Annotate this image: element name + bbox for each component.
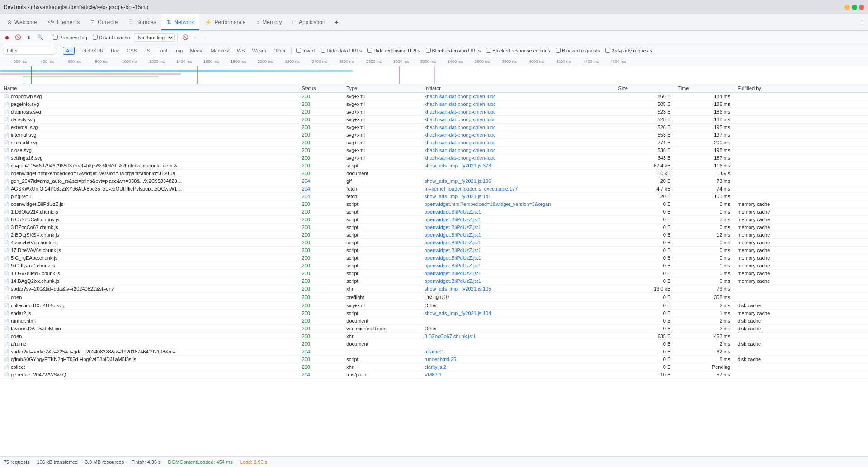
col-header-time[interactable]: Time xyxy=(674,84,734,93)
table-row[interactable]: 📄 14.BAgQ2lxx.chunk.js 200 script openwi… xyxy=(0,277,868,285)
filter-css[interactable]: CSS xyxy=(124,47,140,54)
initiator-link[interactable]: openwidget.BliPdUzZ.js:1 xyxy=(425,271,481,276)
invert-label[interactable]: Invert xyxy=(294,48,317,53)
tab-sources[interactable]: ☰ Sources xyxy=(123,14,161,30)
table-row[interactable]: 📄 pageinfo.svg 200 svg+xml khach-san-dat… xyxy=(0,100,868,108)
initiator-link[interactable]: khach-san-dat-phong-chien-luoc xyxy=(425,124,496,130)
col-header-name[interactable]: Name xyxy=(0,84,298,93)
table-row[interactable]: 📄 siteaudit.svg 200 svg+xml khach-san-da… xyxy=(0,139,868,147)
initiator-link[interactable]: khach-san-dat-phong-chien-luoc xyxy=(425,109,496,114)
table-row[interactable]: 📄 collect 200 xhr clarity.js:2 0 B Pendi… xyxy=(0,363,868,371)
filter-media[interactable]: Media xyxy=(187,47,206,54)
table-row[interactable]: 📄 5.C_rgEAoe.chunk.js 200 script openwid… xyxy=(0,254,868,262)
filter-wasm[interactable]: Wasm xyxy=(250,47,269,54)
preserve-log-checkbox[interactable] xyxy=(53,35,58,40)
record-button[interactable]: ⏺ xyxy=(3,34,11,41)
import-har-button[interactable]: ↑ xyxy=(192,34,198,41)
initiator-link[interactable]: khach-san-dat-phong-chien-luoc xyxy=(425,148,496,153)
table-row[interactable]: 📄 collection.BXr-4DKo.svg 200 svg+xml Ot… xyxy=(0,302,868,310)
table-row[interactable]: 📄 AGSKWxUmOf24P08JZiXYd6AU-8oe3s_xE-cqQU… xyxy=(0,185,868,193)
col-header-size[interactable]: Size xyxy=(614,84,674,93)
table-row[interactable]: 📄 ping?e=1 204 fetch show_ads_impl_fy202… xyxy=(0,193,868,200)
minimize-button[interactable] xyxy=(844,5,850,10)
block-requests-button[interactable]: 🚫 xyxy=(180,33,190,41)
blocked-requests-label[interactable]: Blocked requests xyxy=(554,48,602,53)
table-row[interactable]: 📄 9.CHly-uz0.chunk.js 200 script openwid… xyxy=(0,262,868,270)
clear-button[interactable]: 🚫 xyxy=(13,33,23,41)
initiator-link[interactable]: openwidget.BliPdUzZ.js:1 xyxy=(425,217,481,222)
table-row[interactable]: 📄 17.DheVAV6s.chunk.js 200 script openwi… xyxy=(0,247,868,254)
table-row[interactable]: 📄 generate_2047WWSwrQ 204 text/plain VM8… xyxy=(0,371,868,379)
third-party-requests-label[interactable]: 3rd-party requests xyxy=(604,48,654,53)
blocked-response-cookies-checkbox[interactable] xyxy=(486,48,491,53)
hide-data-urls-label[interactable]: Hide data URLs xyxy=(319,48,364,53)
table-row[interactable]: 📄 density.svg 200 svg+xml khach-san-dat-… xyxy=(0,116,868,124)
hide-extension-urls-label[interactable]: Hide extension URLs xyxy=(365,48,422,53)
table-row[interactable]: 📄 runner.html 200 document 0 B 2 ms disk… xyxy=(0,317,868,325)
tab-elements[interactable]: </> Elements xyxy=(42,14,85,30)
initiator-link[interactable]: khach-san-dat-phong-chien-luoc xyxy=(425,140,496,145)
col-header-fulfilled[interactable]: Fulfilled by xyxy=(734,84,868,93)
table-row[interactable]: 📄 2.BOtqSKSX.chunk.js 200 script openwid… xyxy=(0,231,868,239)
initiator-link[interactable]: show_ads_impl_fy2021.js:373 xyxy=(425,163,491,168)
initiator-link[interactable]: openwidget.BliPdUzZ.js:1 xyxy=(425,263,481,268)
maximize-button[interactable] xyxy=(852,5,857,10)
filter-font[interactable]: Font xyxy=(155,47,170,54)
filter-input[interactable] xyxy=(3,47,57,55)
hide-data-urls-checkbox[interactable] xyxy=(321,48,326,53)
close-button[interactable] xyxy=(859,5,864,10)
initiator-link[interactable]: runner.html:25 xyxy=(425,357,456,362)
table-row[interactable]: 📄 openwidget.html?embedded=1&widget_vers… xyxy=(0,170,868,177)
table-row[interactable]: 📄 settings16.svg 200 svg+xml khach-san-d… xyxy=(0,154,868,162)
initiator-link[interactable]: openwidget.BliPdUzZ.js:1 xyxy=(425,240,481,245)
tab-network[interactable]: ⇅ Network xyxy=(161,14,199,30)
table-row[interactable]: 📄 6.CoSZoCa8.chunk.js 200 script openwid… xyxy=(0,216,868,224)
block-extension-urls-label[interactable]: Block extension URLs xyxy=(424,48,483,53)
invert-checkbox[interactable] xyxy=(296,48,301,53)
block-extension-urls-checkbox[interactable] xyxy=(426,48,431,53)
col-header-initiator[interactable]: Initiator xyxy=(421,84,615,93)
initiator-link[interactable]: aframe:1 xyxy=(425,349,444,354)
table-row[interactable]: 📄 qflmbA0GYhgyETKN2gHT05d-Hpg6wiB8plDJ1a… xyxy=(0,356,868,363)
hide-extension-urls-checkbox[interactable] xyxy=(367,48,372,53)
initiator-link[interactable]: khach-san-dat-phong-chien-luoc xyxy=(425,101,496,107)
filter-all[interactable]: All xyxy=(63,47,75,55)
filter-fetch-xhr[interactable]: Fetch/XHR xyxy=(76,47,106,54)
filter-js[interactable]: JS xyxy=(142,47,153,54)
disable-cache-checkbox[interactable] xyxy=(93,35,98,40)
table-row[interactable]: 📄 4.zcsvb8Vq.chunk.js 200 script openwid… xyxy=(0,239,868,247)
initiator-link[interactable]: khach-san-dat-phong-chien-luoc xyxy=(425,94,496,99)
filter-ws[interactable]: WS xyxy=(234,47,248,54)
filter-other[interactable]: Other xyxy=(270,47,288,54)
third-party-checkbox[interactable] xyxy=(605,48,610,53)
fetch-xhr-button[interactable]: ⏸ xyxy=(25,34,33,41)
throttle-select[interactable]: No throttling xyxy=(134,33,175,42)
table-row[interactable]: 📄 sodar2.js 200 script show_ads_impl_fy2… xyxy=(0,310,868,317)
table-row[interactable]: 📄 dropdown.svg 200 svg+xml khach-san-dat… xyxy=(0,93,868,100)
initiator-link[interactable]: openwidget.BliPdUzZ.js:1 xyxy=(425,224,481,230)
col-header-status[interactable]: Status xyxy=(298,84,343,93)
table-row[interactable]: 📄 aframe 200 document 0 B 2 ms disk cach… xyxy=(0,340,868,348)
tab-console[interactable]: ⊡ Console xyxy=(85,14,123,30)
table-row[interactable]: 📄 external.svg 200 svg+xml khach-san-dat… xyxy=(0,124,868,131)
initiator-link[interactable]: show_ads_impl_fy2021.js:106 xyxy=(425,178,491,184)
network-table-container[interactable]: Name Status Type Initiator Size Time Ful… xyxy=(0,84,868,456)
table-row[interactable]: 📄 close.svg 200 svg+xml khach-san-dat-ph… xyxy=(0,147,868,154)
tab-application[interactable]: □ Application xyxy=(288,14,331,30)
col-header-type[interactable]: Type xyxy=(343,84,421,93)
table-row[interactable]: 📄 internal.svg 200 svg+xml khach-san-dat… xyxy=(0,131,868,139)
initiator-link[interactable]: m=kernel_loader.loader.js_executable:177 xyxy=(425,186,518,191)
initiator-link[interactable]: openwidget.BliPdUzZ.js:1 xyxy=(425,209,481,214)
initiator-link[interactable]: 3.BZocCo67.chunk.js:1 xyxy=(425,334,476,339)
initiator-link[interactable]: show_ads_impl_fy2021.js:105 xyxy=(425,286,491,291)
table-row[interactable]: 📄 gen_2047id=ama_auto_rs&sts=pflna&evt=p… xyxy=(0,177,868,185)
table-row[interactable]: 📄 diagnosis.svg 200 svg+xml khach-san-da… xyxy=(0,108,868,116)
blocked-requests-checkbox[interactable] xyxy=(556,48,561,53)
initiator-link[interactable]: openwidget.BliPdUzZ.js:1 xyxy=(425,278,481,284)
disable-cache-label[interactable]: Disable cache xyxy=(91,35,132,40)
initiator-link[interactable]: openwidget.BliPdUzZ.js:1 xyxy=(425,248,481,253)
search-button[interactable]: 🔍 xyxy=(35,33,45,41)
initiator-link[interactable]: openwidget.BliPdUzZ.js:1 xyxy=(425,255,481,261)
initiator-link[interactable]: show_ads_impl_fy2021.js:141 xyxy=(425,194,491,199)
initiator-link[interactable]: khach-san-dat-phong-chien-luoc xyxy=(425,117,496,122)
